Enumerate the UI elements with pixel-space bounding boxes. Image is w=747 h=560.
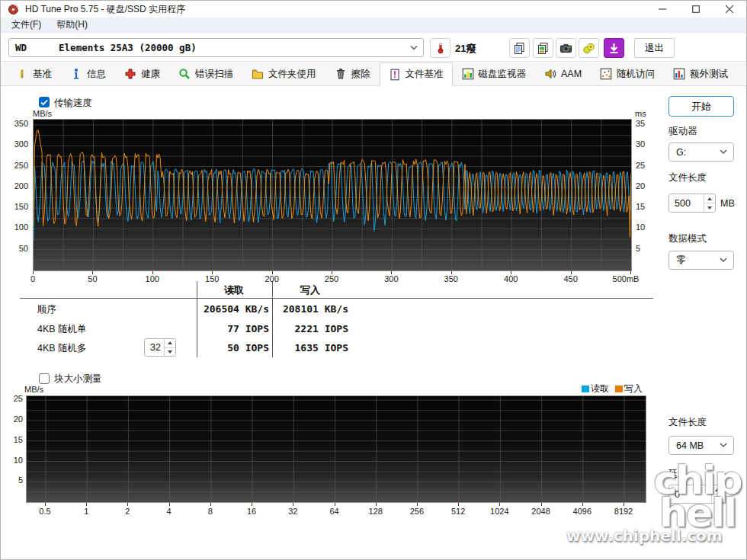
x-axis-tick-lower: 4096: [573, 507, 592, 516]
camera-icon: [559, 42, 572, 55]
x-axis-tickmark-lower: [335, 503, 335, 506]
tab-bar: !基准信息健康错误扫描文件夹使用擦除!文件基准磁盘监视器AAM随机访问额外测试: [1, 62, 746, 86]
copy-image-icon: [537, 42, 550, 55]
window-title: HD Tune Pro 5.75 - 硬盘/SSD 实用程序: [25, 3, 185, 16]
x-axis-tick-lower: 512: [451, 507, 465, 516]
tab-extra-tests[interactable]: 额外测试: [664, 62, 737, 85]
y-axis-tick-right: 20: [636, 181, 659, 190]
x-axis-tick: 500mB: [613, 274, 640, 283]
x-axis-tick-lower: 256: [410, 507, 424, 516]
tab-label: 信息: [87, 68, 106, 81]
tab-error-scan[interactable]: 错误扫描: [169, 62, 242, 85]
block-size-checkbox[interactable]: [39, 373, 50, 384]
tab-folder-usage[interactable]: 文件夹使用: [242, 62, 325, 85]
menu-file[interactable]: 文件(F): [4, 18, 49, 31]
y-axis-tick-right: 5: [636, 244, 659, 253]
tab-aam[interactable]: AAM: [535, 62, 591, 85]
queue-depth-spinner[interactable]: 32: [144, 338, 176, 357]
x-axis-tick-lower: 2: [125, 507, 130, 516]
x-axis-tick: 200: [264, 274, 278, 283]
toolbar-copy-text-button[interactable]: [509, 38, 530, 58]
x-axis-tickmark-lower: [541, 503, 542, 506]
y-axis-tick: 50: [5, 244, 28, 253]
benchmark-icon: !: [16, 68, 28, 80]
y-axis-tick-right: 30: [636, 139, 659, 149]
maximize-button[interactable]: [679, 1, 713, 18]
tab-info[interactable]: 信息: [61, 62, 115, 85]
x-axis-tick: 100: [146, 274, 159, 283]
app-icon: [8, 4, 19, 15]
menu-help[interactable]: 帮助(H): [49, 18, 95, 31]
temperature-button[interactable]: [430, 38, 450, 58]
erase-icon: [335, 68, 347, 80]
x-axis-tick-lower: 8192: [614, 507, 633, 516]
chevron-down-icon: [410, 45, 418, 50]
x-axis-tick: 450: [563, 274, 577, 283]
x-axis-tick-lower: 2048: [531, 507, 550, 516]
tab-label: AAM: [561, 69, 582, 79]
health-icon: [124, 68, 136, 80]
file-length-select-lower[interactable]: 64 MB: [668, 436, 734, 455]
tab-label: 健康: [141, 68, 160, 81]
chevron-down-icon: [720, 443, 727, 448]
start-button[interactable]: 开始: [668, 96, 734, 117]
x-axis-tick-lower: 128: [369, 507, 383, 516]
y-axis-tick-lower: 10: [0, 456, 23, 465]
tab-benchmark[interactable]: !基准: [7, 62, 61, 85]
y-axis-tick-lower: 5: [0, 475, 23, 485]
svg-text:!: !: [21, 68, 24, 80]
x-axis-tick: 150: [205, 274, 219, 283]
transfer-speed-checkbox[interactable]: [39, 97, 50, 107]
y-axis-tick-right: 25: [636, 161, 659, 170]
x-axis-tick-lower: 0.5: [39, 507, 50, 516]
toolbar-download-button[interactable]: [604, 38, 624, 58]
tab-file-benchmark[interactable]: !文件基准: [380, 62, 453, 86]
write-value: 1635 IOPS: [275, 342, 348, 354]
data-mode-select[interactable]: 零: [668, 251, 734, 270]
close-button[interactable]: [713, 1, 746, 18]
read-value: 50 IOPS: [197, 342, 269, 354]
x-axis-tickmark-lower: [458, 503, 459, 506]
file-length-spinner[interactable]: 500: [668, 194, 716, 213]
tab-label: 擦除: [351, 68, 370, 81]
drive-label: 驱动器: [668, 125, 697, 138]
tab-label: 文件基准: [406, 68, 444, 81]
y-axis-tick: 350: [5, 119, 28, 128]
x-axis-tickmark-lower: [499, 503, 500, 506]
chiphell-logo: chip hell: [650, 464, 745, 529]
y-axis-tick: 200: [5, 181, 28, 190]
chevron-down-icon: [720, 258, 727, 263]
x-axis-tick: 300: [384, 274, 398, 283]
x-axis-tickmark-lower: [417, 503, 418, 506]
x-axis-tick-lower: 32: [288, 507, 297, 516]
tab-health[interactable]: 健康: [115, 62, 169, 85]
tab-disk-monitor[interactable]: 磁盘监视器: [453, 62, 536, 85]
x-axis-tick: 400: [504, 274, 518, 283]
download-icon: [608, 42, 620, 55]
drive-selector[interactable]: WD Elements 25A3 (20000 gB): [8, 38, 424, 57]
file-benchmark-icon: !: [389, 69, 401, 81]
exit-button[interactable]: 退出: [634, 38, 675, 58]
minimize-button[interactable]: [646, 1, 679, 18]
x-axis-tickmark-lower: [624, 503, 624, 506]
chevron-down-icon: [720, 149, 727, 155]
drive-vendor: WD: [15, 42, 27, 53]
y-axis-unit-right: ms: [635, 109, 646, 118]
tab-random-access[interactable]: 随机访问: [591, 62, 664, 85]
toolbar-screenshot-button[interactable]: [556, 38, 576, 58]
x-axis-tickmark-lower: [45, 503, 46, 506]
spin-down-icon[interactable]: [165, 347, 175, 357]
folder-usage-icon: [252, 68, 264, 80]
y-axis-tick: 150: [5, 202, 28, 211]
transfer-speed-label: 传输速度: [54, 97, 92, 110]
spin-up-icon[interactable]: [165, 339, 175, 347]
transfer-speed-chart: [33, 119, 632, 271]
spin-down-icon[interactable]: [704, 203, 715, 212]
disk-monitor-icon: [462, 68, 474, 80]
toolbar-export-button[interactable]: [579, 38, 599, 58]
tab-erase[interactable]: 擦除: [325, 62, 380, 85]
drive-letter-select[interactable]: G:: [668, 142, 734, 162]
spin-up-icon[interactable]: [704, 194, 715, 203]
x-axis-tick-lower: 16: [247, 507, 256, 516]
toolbar-copy-image-button[interactable]: [533, 38, 553, 58]
